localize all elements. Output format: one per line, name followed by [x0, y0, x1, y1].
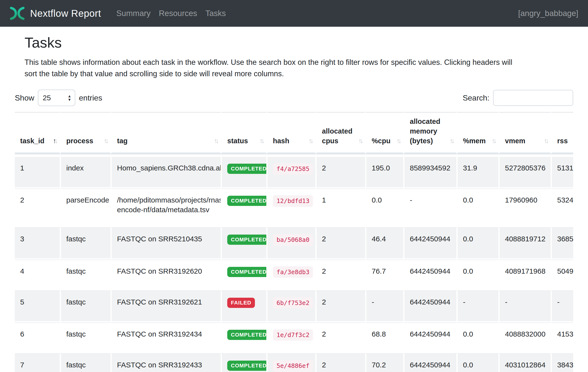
cell-task_id: 7 — [15, 353, 60, 372]
status-badge: COMPLETED — [227, 267, 266, 277]
column-header-allocated_memory[interactable]: allocated memory (bytes)↑↓ — [403, 112, 456, 154]
navbar-nav: SummaryResourcesTasks — [112, 9, 230, 18]
cell-rss: 513188 — [551, 154, 573, 188]
hash-code: ba/5068a0 — [273, 234, 313, 245]
column-header-rss[interactable]: rss↑↓ — [551, 112, 573, 154]
cell-allocated_cpus: 2 — [315, 322, 365, 353]
status-badge: FAILED — [227, 298, 255, 308]
nextflow-logo-icon — [10, 7, 25, 20]
cell-pmem: 0.0 — [456, 322, 498, 353]
app-title: Nextflow Report — [30, 8, 101, 19]
table-row: 6fastqcFASTQC on SRR3192434COMPLETED1e/d… — [15, 322, 573, 353]
table-row: 5fastqcFASTQC on SRR3192621FAILED6b/f753… — [15, 290, 573, 322]
table-header-row: task_id↑↓process↑↓tag↑↓status↑↓hash↑↓all… — [15, 112, 573, 154]
select-updown-icon: ▲▼ — [67, 94, 71, 102]
column-header-hash[interactable]: hash↑↓ — [266, 112, 315, 154]
column-header-pcpu[interactable]: %cpu↑↓ — [365, 112, 403, 154]
cell-allocated_memory: 6442450944 — [403, 353, 456, 372]
cell-status: COMPLETED — [221, 260, 266, 290]
nav-item-resources[interactable]: Resources — [155, 9, 201, 18]
table-controls: Show 25 ▲▼ entries Search: — [15, 90, 573, 106]
tag-text: FASTQC on SRR3192434 — [117, 329, 215, 339]
column-label: status — [227, 137, 248, 145]
cell-process: parseEncode — [60, 188, 110, 227]
sort-icon: ↑↓ — [53, 136, 56, 146]
column-header-task_id[interactable]: task_id↑↓ — [15, 112, 60, 154]
column-header-process[interactable]: process↑↓ — [60, 112, 110, 154]
cell-pcpu: 46.4 — [365, 227, 403, 259]
cell-allocated_cpus: 1 — [315, 188, 365, 227]
sort-icon: ↑↓ — [104, 136, 107, 146]
cell-hash: 5e/4886ef — [266, 353, 315, 372]
main-content: Tasks This table shows information about… — [0, 34, 588, 372]
status-badge: COMPLETED — [227, 361, 266, 371]
cell-allocated_cpus: 2 — [315, 260, 365, 290]
column-label: tag — [117, 137, 128, 145]
cell-vmem: 4089171968 — [498, 260, 551, 290]
search-input[interactable] — [493, 90, 573, 106]
cell-allocated_memory: 6442450944 — [403, 290, 456, 322]
sort-icon: ↑↓ — [214, 136, 217, 146]
column-header-status[interactable]: status↑↓ — [221, 112, 266, 154]
cell-rss: - — [551, 290, 573, 322]
sort-icon: ↑↓ — [544, 136, 547, 146]
cell-pcpu: 195.0 — [365, 154, 403, 188]
sort-icon: ↑↓ — [260, 136, 263, 146]
column-label: %mem — [463, 137, 486, 145]
cell-status: COMPLETED — [221, 353, 266, 372]
cell-status: COMPLETED — [221, 322, 266, 353]
table-row: 1indexHomo_sapiens.GRCh38.cdna.all.fa.gz… — [15, 154, 573, 188]
status-badge: COMPLETED — [227, 330, 266, 340]
tasks-table-wrapper[interactable]: task_id↑↓process↑↓tag↑↓status↑↓hash↑↓all… — [15, 112, 573, 372]
hash-code: 1e/d7f3c2 — [273, 329, 313, 341]
cell-allocated_cpus: 2 — [315, 227, 365, 259]
cell-pcpu: - — [365, 290, 403, 322]
cell-pmem: 0.0 — [456, 188, 498, 227]
hash-code: 6b/f753e2 — [273, 297, 313, 309]
sort-icon: ↑↓ — [397, 136, 400, 146]
column-label: task_id — [20, 137, 44, 145]
column-label: allocated memory (bytes) — [410, 117, 441, 145]
cell-tag: FASTQC on SRR3192621 — [110, 290, 221, 322]
cell-allocated_memory: - — [403, 188, 456, 227]
cell-vmem: 5272805376 — [498, 154, 551, 188]
sort-icon: ↑↓ — [450, 136, 453, 146]
run-name: [angry_babbage] — [518, 9, 578, 18]
nav-item-summary[interactable]: Summary — [112, 9, 155, 18]
cell-hash: ba/5068a0 — [266, 227, 315, 259]
column-header-vmem[interactable]: vmem↑↓ — [498, 112, 551, 154]
cell-allocated_cpus: 2 — [315, 353, 365, 372]
cell-pcpu: 68.8 — [365, 322, 403, 353]
show-entries-control: Show 25 ▲▼ entries — [15, 90, 102, 106]
nav-item-tasks[interactable]: Tasks — [201, 9, 230, 18]
cell-tag: /home/pditommaso/projects/rnaseq-encode-… — [110, 188, 221, 227]
cell-pmem: 31.9 — [456, 154, 498, 188]
column-header-allocated_cpus[interactable]: allocated cpus↑↓ — [315, 112, 365, 154]
cell-task_id: 1 — [15, 154, 60, 188]
sort-icon: ↑↓ — [309, 136, 312, 146]
hash-code: 5e/4886ef — [273, 360, 313, 372]
column-label: vmem — [505, 137, 525, 145]
page-title: Tasks — [24, 34, 573, 52]
cell-task_id: 2 — [15, 188, 60, 227]
cell-process: fastqc — [60, 227, 110, 259]
show-label: Show — [15, 94, 34, 103]
cell-tag: FASTQC on SRR5210435 — [110, 227, 221, 259]
search-control: Search: — [463, 90, 573, 106]
cell-rss: 384312 — [551, 353, 573, 372]
cell-rss: 415300 — [551, 322, 573, 353]
cell-pcpu: 70.2 — [365, 353, 403, 372]
column-header-pmem[interactable]: %mem↑↓ — [456, 112, 498, 154]
cell-status: FAILED — [221, 290, 266, 322]
cell-pmem: - — [456, 290, 498, 322]
hash-code: f4/a72585 — [273, 163, 313, 175]
cell-task_id: 6 — [15, 322, 60, 353]
cell-pmem: 0.0 — [456, 260, 498, 290]
entries-label: entries — [79, 94, 102, 103]
table-row: 4fastqcFASTQC on SRR3192620COMPLETEDfa/3… — [15, 260, 573, 290]
cell-rss: 532480 — [551, 188, 573, 227]
entries-select[interactable]: 25 ▲▼ — [38, 90, 75, 106]
cell-rss: 368521 — [551, 227, 573, 259]
column-header-tag[interactable]: tag↑↓ — [110, 112, 221, 154]
cell-hash: 6b/f753e2 — [266, 290, 315, 322]
